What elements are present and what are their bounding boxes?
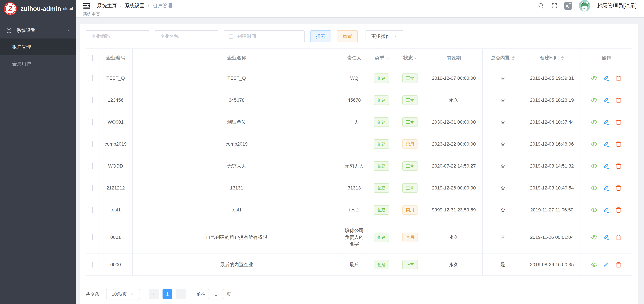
current-user-label[interactable]: 超级管理员[演示]: [597, 2, 636, 9]
table-row: 123456 345678 45678 创建 正常 永久 否 2019-12-0…: [86, 89, 632, 111]
cell-expire: 9999-12-31 23:59:59: [425, 199, 482, 221]
edit-icon[interactable]: [603, 234, 610, 241]
cell-company-name: 最后的内置企业: [132, 254, 341, 276]
cell-builtin: 否: [482, 111, 523, 133]
sidebar-item-label: 全局用户: [12, 61, 31, 67]
sidebar-menu-system-settings[interactable]: 系统设置: [0, 22, 76, 39]
edit-icon[interactable]: [603, 185, 610, 191]
view-icon[interactable]: [591, 234, 598, 241]
delete-icon[interactable]: [615, 163, 622, 169]
row-checkbox[interactable]: [92, 207, 93, 213]
delete-icon[interactable]: [615, 185, 622, 191]
table-row: test1 test1 test1 创建 禁用 9999-12-31 23:59…: [86, 199, 632, 221]
edit-icon[interactable]: [603, 97, 610, 104]
view-icon[interactable]: [591, 75, 598, 82]
table-row: 2121212 13131 31313 创建 正常 2019-12-26 00:…: [86, 177, 632, 199]
row-checkbox[interactable]: [92, 163, 93, 169]
type-badge: 创建: [374, 139, 389, 149]
more-actions-button[interactable]: 更多操作: [366, 30, 403, 42]
tab-system-home[interactable]: 系统主页: [76, 12, 107, 18]
edit-icon[interactable]: [603, 261, 610, 268]
row-checkbox[interactable]: [92, 185, 93, 191]
status-badge: 正常: [402, 260, 418, 269]
content: 搜索 重置 更多操作: [76, 18, 644, 304]
type-badge: 创建: [374, 260, 389, 269]
fullscreen-icon[interactable]: [551, 3, 558, 9]
view-icon[interactable]: [591, 185, 598, 191]
view-icon[interactable]: [591, 97, 598, 104]
cell-expire: 2019-12-07 00:00:00: [425, 67, 482, 89]
edit-icon[interactable]: [603, 163, 610, 169]
select-all-checkbox[interactable]: [92, 55, 93, 61]
row-checkbox[interactable]: [92, 75, 93, 81]
logo-letter: Z: [8, 5, 12, 13]
row-checkbox[interactable]: [92, 119, 93, 125]
delete-icon[interactable]: [615, 119, 622, 126]
page-number-button[interactable]: 1: [162, 289, 172, 299]
edit-icon[interactable]: [603, 119, 610, 126]
calendar-icon: [228, 34, 234, 39]
main-area: 系统主页 / 系统设置 / 租户管理 A文: [76, 0, 644, 304]
language-icon[interactable]: A文: [564, 2, 572, 10]
search-button[interactable]: 搜索: [310, 30, 331, 42]
next-page-button[interactable]: [176, 289, 186, 299]
delete-icon[interactable]: [615, 97, 622, 104]
app-logo[interactable]: Z zuihou-admin cloud: [0, 0, 76, 18]
col-created: 创建时间: [523, 49, 581, 67]
type-filter-icon[interactable]: [386, 56, 389, 59]
sidebar: Z zuihou-admin cloud 系统设置 租户管理 全局用户: [0, 0, 76, 304]
row-checkbox[interactable]: [92, 262, 93, 267]
goto-page-input[interactable]: [208, 289, 224, 299]
builtin-sort-icon[interactable]: [512, 56, 515, 61]
row-checkbox[interactable]: [92, 97, 93, 103]
row-actions: [584, 185, 628, 191]
view-icon[interactable]: [591, 119, 598, 126]
sidebar-item-tenant-management[interactable]: 租户管理: [0, 39, 76, 55]
cell-created: 2019-12-03 10:40:54: [523, 177, 581, 199]
status-badge: 正常: [402, 95, 418, 105]
edit-icon[interactable]: [603, 141, 610, 147]
breadcrumb-system-settings[interactable]: 系统设置: [125, 2, 144, 9]
cell-company-name: comp2019: [132, 133, 341, 155]
status-badge: 正常: [402, 161, 418, 171]
collapse-sidebar-icon[interactable]: [83, 2, 90, 9]
breadcrumb-home[interactable]: 系统主页: [97, 2, 117, 9]
company-code-input[interactable]: [86, 30, 149, 42]
delete-icon[interactable]: [615, 261, 622, 268]
delete-icon[interactable]: [615, 75, 622, 82]
col-builtin: 是否内置: [482, 49, 523, 67]
cell-owner: 45678: [341, 89, 368, 111]
col-actions: 操作: [581, 49, 632, 67]
view-icon[interactable]: [591, 261, 598, 268]
status-filter-icon[interactable]: [415, 56, 418, 59]
edit-icon[interactable]: [603, 207, 610, 213]
table-row: 0001 自己创建的租户拥有所有权限 填你公司负责人的名字 创建 禁用 永久 否…: [86, 221, 632, 254]
sidebar-submenu: 租户管理 全局用户: [0, 39, 76, 72]
cell-company-code: WQDD: [99, 155, 132, 177]
view-icon[interactable]: [591, 163, 598, 169]
create-time-input[interactable]: [224, 30, 305, 42]
prev-page-button[interactable]: [149, 289, 159, 299]
cell-builtin: 否: [482, 133, 523, 155]
view-icon[interactable]: [591, 141, 598, 147]
breadcrumb-separator: /: [148, 3, 149, 9]
reset-button[interactable]: 重置: [337, 30, 358, 42]
sidebar-item-label: 租户管理: [12, 44, 31, 50]
delete-icon[interactable]: [615, 234, 622, 241]
search-icon[interactable]: [538, 2, 544, 9]
edit-icon[interactable]: [603, 75, 610, 82]
cell-created: 2019-12-03 16:48:06: [523, 133, 581, 155]
created-sort-icon[interactable]: [561, 56, 564, 61]
avatar[interactable]: [579, 0, 590, 12]
view-icon[interactable]: [591, 207, 598, 213]
cell-created: 2019-12-03 14:51:32: [523, 155, 581, 177]
cell-company-name: TEST_Q: [132, 67, 341, 89]
row-checkbox[interactable]: [92, 141, 93, 147]
delete-icon[interactable]: [615, 141, 622, 147]
tab-label: 系统主页: [83, 12, 100, 18]
row-checkbox[interactable]: [92, 234, 93, 240]
page-size-select[interactable]: 10条/页: [106, 289, 140, 299]
sidebar-item-global-users[interactable]: 全局用户: [0, 55, 76, 72]
company-name-input[interactable]: [155, 30, 218, 42]
delete-icon[interactable]: [615, 207, 622, 213]
